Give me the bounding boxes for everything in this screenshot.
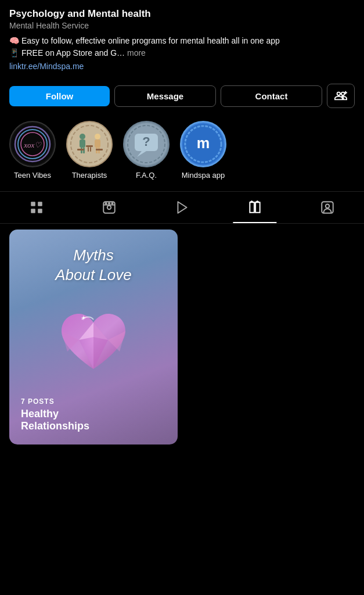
- mindspa-graphic: m: [182, 122, 225, 166]
- svg-rect-19: [86, 145, 93, 147]
- svg-text:?: ?: [142, 134, 150, 149]
- contact-button[interactable]: Contact: [221, 85, 322, 107]
- svg-rect-18: [96, 149, 103, 150]
- therapists-graphic: [67, 122, 111, 166]
- highlight-faq[interactable]: ? F.A.Q.: [123, 121, 170, 180]
- follow-button[interactable]: Follow: [9, 86, 110, 106]
- content-grid: Myths About Love: [0, 224, 364, 450]
- svg-rect-30: [31, 202, 35, 206]
- svg-rect-20: [88, 147, 89, 152]
- grid-icon: [29, 200, 44, 215]
- tab-grid[interactable]: [0, 192, 73, 223]
- tab-video[interactable]: [146, 192, 218, 223]
- svg-text:xox♡: xox♡: [23, 141, 42, 149]
- bio-line1: 🧠 Easy to follow, effective online progr…: [9, 36, 280, 45]
- tagged-icon: [320, 200, 335, 215]
- svg-rect-10: [80, 139, 85, 148]
- highlight-label-faq: F.A.Q.: [136, 171, 157, 180]
- highlight-circle-teen-vibes: xox♡: [9, 121, 56, 167]
- svg-rect-32: [31, 209, 35, 213]
- svg-point-35: [107, 206, 111, 210]
- highlight-label-therapists: Therapists: [72, 171, 107, 180]
- content-card-myths[interactable]: Myths About Love: [9, 230, 178, 445]
- highlight-mindspa[interactable]: m Mindspa app: [180, 121, 226, 180]
- svg-rect-15: [95, 139, 100, 148]
- highlights-section: xox♡ Teen Vibes: [0, 115, 364, 189]
- svg-point-14: [95, 134, 100, 139]
- nav-tabs: [0, 191, 364, 224]
- profile-name: Psychology and Mental health: [9, 8, 355, 20]
- teen-vibes-graphic: xox♡: [10, 122, 55, 166]
- highlight-circle-mindspa: m: [180, 121, 226, 167]
- svg-rect-31: [38, 202, 42, 206]
- heart-crystal-svg: [56, 305, 131, 381]
- svg-point-38: [109, 203, 110, 204]
- faq-graphic: ?: [124, 122, 168, 166]
- reels-icon: [102, 200, 117, 215]
- card-heart: [56, 305, 131, 381]
- svg-point-7: [69, 123, 110, 165]
- add-person-button[interactable]: [327, 84, 355, 108]
- profile-category: Mental Health Service: [9, 21, 355, 30]
- guides-icon: [247, 200, 262, 215]
- svg-rect-13: [77, 149, 84, 150]
- highlight-therapists[interactable]: Therapists: [66, 121, 113, 180]
- svg-marker-40: [178, 202, 186, 213]
- card-footer-title: Healthy Relationships: [21, 408, 89, 433]
- action-buttons: Follow Message Contact: [0, 77, 364, 115]
- tab-guides[interactable]: [218, 192, 291, 223]
- svg-rect-33: [38, 209, 42, 213]
- card-title-line2: About Love: [55, 266, 132, 284]
- highlight-circle-faq: ?: [123, 121, 170, 167]
- card-footer: 7 POSTS Healthy Relationships: [21, 397, 89, 433]
- profile-section: Psychology and Mental health Mental Heal…: [0, 0, 364, 77]
- card-footer-line2: Relationships: [21, 420, 89, 432]
- svg-point-37: [106, 203, 107, 204]
- play-icon: [175, 200, 190, 215]
- message-button[interactable]: Message: [114, 85, 216, 107]
- bio-line2: 📱 FREE on App Store and G…: [9, 48, 125, 58]
- card-footer-line1: Healthy: [21, 408, 59, 420]
- highlight-teen-vibes[interactable]: xox♡ Teen Vibes: [9, 121, 56, 180]
- svg-point-42: [326, 205, 330, 209]
- card-title: Myths About Love: [9, 246, 178, 285]
- svg-rect-21: [90, 147, 91, 152]
- card-posts-count: 7 POSTS: [21, 397, 89, 406]
- profile-link[interactable]: linktr.ee/Mindspa.me: [9, 62, 355, 71]
- svg-point-9: [80, 134, 85, 139]
- svg-text:m: m: [197, 135, 210, 151]
- svg-point-39: [111, 203, 113, 204]
- tab-reels[interactable]: [73, 192, 145, 223]
- tab-tagged[interactable]: [291, 192, 364, 223]
- highlight-circle-therapists: [66, 121, 113, 167]
- more-link[interactable]: more: [127, 48, 146, 58]
- card-title-line1: Myths: [73, 246, 113, 264]
- highlight-label-teen-vibes: Teen Vibes: [14, 171, 51, 180]
- add-person-icon: [334, 89, 347, 102]
- highlight-label-mindspa: Mindspa app: [182, 171, 225, 180]
- profile-bio: 🧠 Easy to follow, effective online progr…: [9, 35, 355, 59]
